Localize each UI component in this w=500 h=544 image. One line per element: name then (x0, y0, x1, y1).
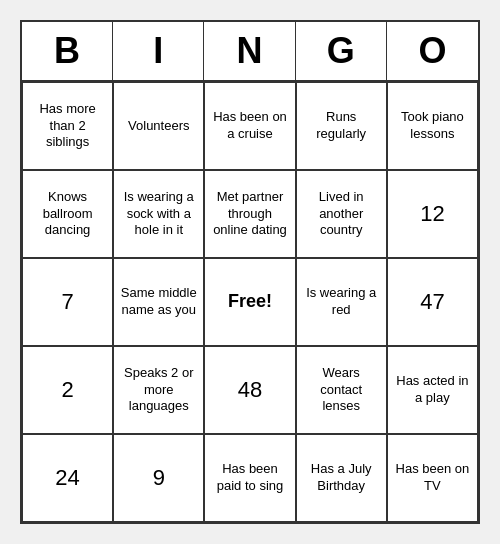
bingo-header: BINGO (22, 22, 478, 82)
bingo-cell-r1c1[interactable]: Is wearing a sock with a hole in it (113, 170, 204, 258)
bingo-cell-r2c3[interactable]: Is wearing a red (296, 258, 387, 346)
bingo-cell-r3c2[interactable]: 48 (204, 346, 295, 434)
bingo-cell-r4c4[interactable]: Has been on TV (387, 434, 478, 522)
bingo-card: BINGO Has more than 2 siblingsVolunteers… (20, 20, 480, 524)
bingo-cell-r4c1[interactable]: 9 (113, 434, 204, 522)
bingo-cell-r1c3[interactable]: Lived in another country (296, 170, 387, 258)
bingo-cell-r4c2[interactable]: Has been paid to sing (204, 434, 295, 522)
bingo-cell-r0c1[interactable]: Volunteers (113, 82, 204, 170)
bingo-cell-r2c0[interactable]: 7 (22, 258, 113, 346)
header-letter-o: O (387, 22, 478, 80)
header-letter-i: I (113, 22, 204, 80)
bingo-cell-r3c4[interactable]: Has acted in a play (387, 346, 478, 434)
bingo-grid: Has more than 2 siblingsVolunteersHas be… (22, 82, 478, 522)
bingo-cell-r0c2[interactable]: Has been on a cruise (204, 82, 295, 170)
bingo-cell-r0c0[interactable]: Has more than 2 siblings (22, 82, 113, 170)
bingo-cell-r4c0[interactable]: 24 (22, 434, 113, 522)
bingo-cell-r3c0[interactable]: 2 (22, 346, 113, 434)
bingo-cell-r1c4[interactable]: 12 (387, 170, 478, 258)
bingo-cell-r0c4[interactable]: Took piano lessons (387, 82, 478, 170)
bingo-cell-r0c3[interactable]: Runs regularly (296, 82, 387, 170)
bingo-cell-r2c2[interactable]: Free! (204, 258, 295, 346)
header-letter-b: B (22, 22, 113, 80)
header-letter-g: G (296, 22, 387, 80)
bingo-cell-r1c0[interactable]: Knows ballroom dancing (22, 170, 113, 258)
bingo-cell-r1c2[interactable]: Met partner through online dating (204, 170, 295, 258)
bingo-cell-r3c1[interactable]: Speaks 2 or more languages (113, 346, 204, 434)
bingo-cell-r3c3[interactable]: Wears contact lenses (296, 346, 387, 434)
bingo-cell-r2c1[interactable]: Same middle name as you (113, 258, 204, 346)
header-letter-n: N (204, 22, 295, 80)
bingo-cell-r2c4[interactable]: 47 (387, 258, 478, 346)
bingo-cell-r4c3[interactable]: Has a July Birthday (296, 434, 387, 522)
